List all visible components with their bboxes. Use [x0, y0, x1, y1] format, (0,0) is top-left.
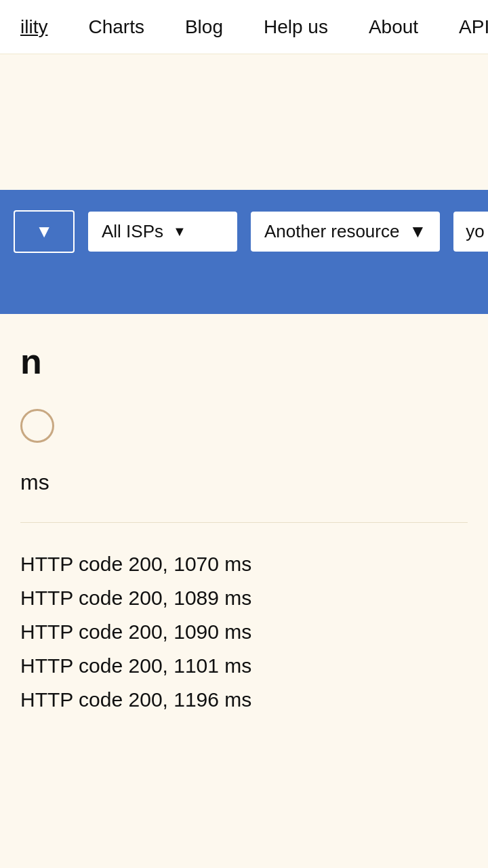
- dropdown-1-arrow: ▼: [35, 221, 53, 242]
- dropdown-resource[interactable]: Another resource ▼: [251, 212, 440, 252]
- spacer-top: [0, 54, 488, 190]
- dropdown-resource-arrow: ▼: [409, 221, 426, 242]
- filter-bar: ▼ All ISPs ▼ Another resource ▼ yo: [0, 190, 488, 273]
- result-item-3: HTTP code 200, 1090 ms: [20, 618, 468, 646]
- dropdown-resource-label: Another resource: [264, 221, 399, 242]
- nav-item-help[interactable]: Help us: [243, 0, 348, 54]
- navbar: ility Charts Blog Help us About API: [0, 0, 488, 54]
- dropdown-yo[interactable]: yo: [453, 212, 488, 252]
- nav-item-blog[interactable]: Blog: [165, 0, 243, 54]
- result-item-4: HTTP code 200, 1101 ms: [20, 652, 468, 680]
- dropdown-isps-arrow: ▼: [173, 224, 186, 239]
- result-item-5: HTTP code 200, 1196 ms: [20, 686, 468, 714]
- circle-indicator: [20, 409, 54, 443]
- section-subtitle: ms: [0, 470, 488, 495]
- result-item-2: HTTP code 200, 1089 ms: [20, 584, 468, 612]
- nav-items: ility Charts Blog Help us About API: [0, 0, 488, 54]
- content-area: n ms HTTP code 200, 1070 ms HTTP code 20…: [0, 314, 488, 741]
- dropdown-isps[interactable]: All ISPs ▼: [88, 212, 237, 252]
- result-item-1: HTTP code 200, 1070 ms: [20, 550, 468, 578]
- nav-item-charts[interactable]: Charts: [68, 0, 164, 54]
- divider: [20, 522, 468, 523]
- nav-item-about[interactable]: About: [348, 0, 439, 54]
- nav-item-accessibility[interactable]: ility: [0, 0, 68, 54]
- bottom-spacer: [0, 741, 488, 809]
- dropdown-yo-label: yo: [466, 221, 484, 242]
- dropdown-1[interactable]: ▼: [14, 210, 75, 253]
- result-list: HTTP code 200, 1070 ms HTTP code 200, 10…: [0, 550, 488, 714]
- dropdown-isps-label: All ISPs: [102, 221, 163, 242]
- section-title: n: [0, 341, 488, 382]
- filter-bar-bottom: [0, 273, 488, 314]
- filter-bar-inner: ▼ All ISPs ▼ Another resource ▼ yo: [0, 210, 488, 253]
- nav-item-api[interactable]: API: [439, 0, 488, 54]
